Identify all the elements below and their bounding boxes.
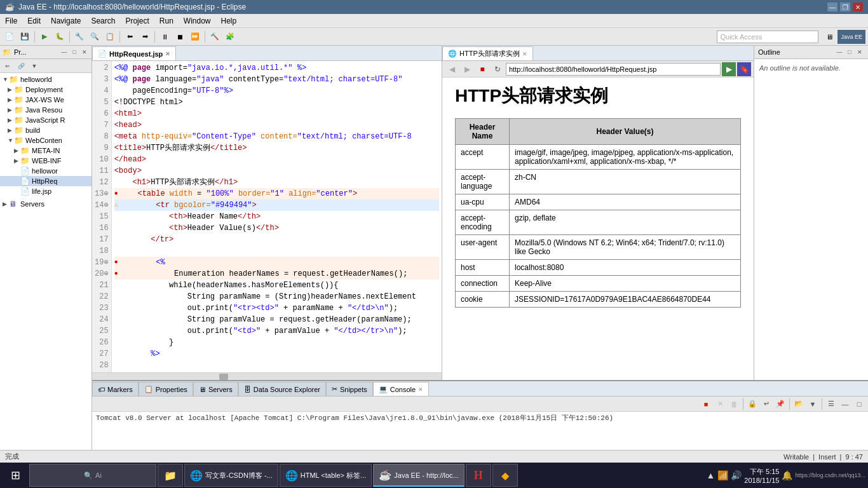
tray-volume-icon[interactable]: 🔊	[731, 470, 742, 480]
link-with-editor[interactable]: 🔗	[15, 60, 27, 72]
tb-btn-11[interactable]: 🔨	[208, 30, 222, 44]
back-button[interactable]: ◀	[445, 62, 459, 76]
save-button[interactable]: 💾	[18, 30, 32, 44]
tree-item-httprequest[interactable]: 📄 HttpReq	[0, 176, 92, 186]
panel-maximize[interactable]: □	[70, 48, 79, 57]
word-wrap[interactable]: ↵	[760, 398, 773, 410]
taskbar-html-browser[interactable]: 🌐 HTML <table> 标签...	[280, 464, 372, 487]
collapse-all[interactable]: ⇐	[1, 60, 14, 72]
code-line-3: <%@ page language="java" contentType="te…	[114, 74, 439, 85]
tree-item-jsresource[interactable]: ▶ 📁 JavaScript R	[0, 115, 92, 125]
tab-datasource[interactable]: 🗄 Data Source Explorer	[238, 382, 326, 396]
console-minimize[interactable]: —	[839, 398, 851, 410]
tree-item-lifejsp[interactable]: 📄 life.jsp	[0, 186, 92, 196]
editor-tab-httprequest[interactable]: 📄 HttpRequest.jsp ✕	[92, 46, 176, 60]
menu-help[interactable]: Help	[216, 14, 242, 27]
tree-item-servers[interactable]: ▶ 🖥 Servers	[0, 199, 92, 209]
properties-icon: 📋	[144, 385, 153, 393]
tb-btn-6[interactable]: ⬅	[123, 30, 137, 44]
panel-close[interactable]: ✕	[80, 48, 89, 57]
start-button[interactable]: ⊞	[3, 464, 28, 487]
pin-console[interactable]: 📌	[774, 398, 787, 410]
menu-project[interactable]: Project	[120, 14, 154, 27]
stop-button[interactable]: ■	[475, 62, 489, 76]
java-ee-btn[interactable]: Java EE	[837, 30, 865, 44]
tb-btn-12[interactable]: 🧩	[223, 30, 237, 44]
minimize-button[interactable]: —	[827, 3, 837, 11]
workspace: 📁 Pr... — □ ✕ ⇐ 🔗 ▼ ▼ 📁	[0, 46, 868, 450]
tree-item-hellojsp[interactable]: 📄 hellowor	[0, 166, 92, 176]
console-view-menu[interactable]: ☰	[825, 398, 837, 410]
code-area[interactable]: <%@ page import="java.io.*,java.util.*" …	[112, 61, 442, 372]
clock[interactable]: 下午 5:15 2018/11/15	[744, 467, 779, 484]
code-line-16: <th>Header Value(s)</th>	[114, 222, 439, 234]
console-menu[interactable]: ▼	[806, 398, 819, 410]
console-maximize[interactable]: □	[853, 398, 865, 410]
terminate-button[interactable]: ■	[700, 398, 712, 410]
perspective-button[interactable]: 🖥	[822, 30, 836, 44]
debug-button[interactable]: 🐛	[53, 30, 67, 44]
preview-tab-close[interactable]: ✕	[522, 51, 527, 57]
panel-minimize[interactable]: —	[60, 48, 69, 57]
tb-btn-4[interactable]: 🔍	[88, 30, 102, 44]
preview-tab-http[interactable]: 🌐 HTTP头部请求实例 ✕	[442, 46, 533, 60]
h-scrollbar-thumb[interactable]	[219, 374, 228, 380]
taskbar-search[interactable]: 🔍 Ai	[29, 464, 156, 487]
new-button[interactable]: 📄	[3, 30, 17, 44]
tree-item-jaxws[interactable]: ▶ 📁 JAX-WS We	[0, 95, 92, 105]
open-console[interactable]: 📂	[792, 398, 805, 410]
tree-item-metainf[interactable]: ▶ 📁 META-IN	[0, 146, 92, 156]
url-bar[interactable]	[506, 63, 721, 76]
tray-notify-icon[interactable]: 🔔	[782, 470, 792, 480]
tb-btn-3[interactable]: 🔧	[72, 30, 86, 44]
maximize-button[interactable]: ❐	[840, 3, 850, 11]
tab-console[interactable]: 💻 Console ✕	[373, 382, 429, 396]
taskbar-app-orange[interactable]: ◆	[492, 464, 518, 487]
code-line-18	[114, 245, 439, 257]
tree-item-javaresource[interactable]: ▶ 📁 Java Resou	[0, 105, 92, 115]
taskbar-file-explorer[interactable]: 📁	[158, 464, 183, 487]
tree-item-helloworld[interactable]: ▼ 📁 helloworld	[0, 74, 92, 85]
menu-search[interactable]: Search	[86, 14, 120, 27]
code-line-6: <html>	[114, 108, 439, 119]
tb-btn-9[interactable]: ⏹	[173, 30, 187, 44]
tree-item-webcontent[interactable]: ▼ 📁 WebConten	[0, 135, 92, 146]
taskbar-eclipse[interactable]: ☕ Java EE - http://loc...	[373, 464, 465, 487]
tray-arrow-icon[interactable]: ▲	[707, 470, 715, 480]
bookmark-button[interactable]: 🔖	[737, 62, 751, 76]
outline-minimize[interactable]: —	[835, 48, 844, 57]
menu-run[interactable]: Run	[154, 14, 179, 27]
taskbar-app-h[interactable]: H	[466, 464, 491, 487]
tree-item-webinf[interactable]: ▶ 📁 WEB-INF	[0, 156, 92, 166]
tb-btn-8[interactable]: ⏸	[158, 30, 172, 44]
close-button[interactable]: ✕	[853, 3, 863, 11]
refresh-button[interactable]: ↻	[491, 62, 505, 76]
tab-close-btn[interactable]: ✕	[165, 51, 170, 57]
go-button[interactable]: ▶	[722, 62, 736, 76]
menu-edit[interactable]: Edit	[22, 14, 46, 27]
h-scrollbar[interactable]	[92, 372, 442, 380]
menu-window[interactable]: Window	[179, 14, 216, 27]
tray-network-icon[interactable]: 📶	[717, 470, 728, 480]
clear-console[interactable]: 🗑	[728, 398, 740, 410]
remove-launch[interactable]: ✕	[714, 398, 726, 410]
tb-btn-7[interactable]: ➡	[138, 30, 152, 44]
tree-item-build[interactable]: ▶ 📁 build	[0, 125, 92, 135]
tb-btn-10[interactable]: ⏩	[188, 30, 202, 44]
run-button[interactable]: ▶	[37, 30, 51, 44]
outline-close[interactable]: ✕	[855, 48, 864, 57]
tab-properties[interactable]: 📋 Properties	[139, 382, 193, 396]
scroll-lock[interactable]: 🔒	[746, 398, 759, 410]
menu-file[interactable]: File	[0, 14, 22, 27]
tb-btn-5[interactable]: 📋	[103, 30, 117, 44]
taskbar-csdn[interactable]: 🌐 写文章-CSDN博客 -...	[184, 464, 278, 487]
console-tab-close[interactable]: ✕	[418, 386, 423, 393]
forward-button[interactable]: ▶	[460, 62, 474, 76]
tree-item-deployment[interactable]: ▶ 📁 Deployment	[0, 85, 92, 95]
view-menu[interactable]: ▼	[28, 60, 41, 72]
tab-markers[interactable]: 🏷 Markers	[92, 382, 139, 396]
menu-navigate[interactable]: Navigate	[46, 14, 86, 27]
outline-maximize[interactable]: □	[845, 48, 854, 57]
tab-snippets[interactable]: ✂ Snippets	[326, 382, 373, 396]
tab-servers[interactable]: 🖥 Servers	[193, 382, 238, 396]
